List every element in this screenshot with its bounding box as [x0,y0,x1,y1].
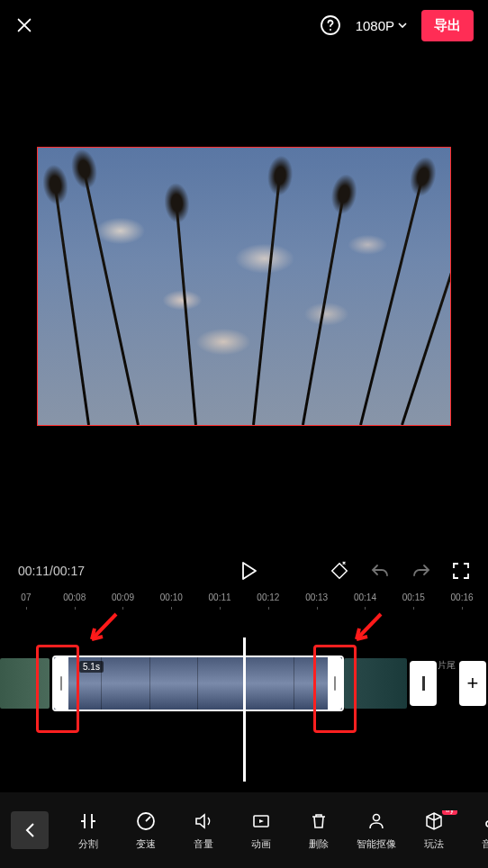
ruler-tick: 07 [2,592,50,602]
tool-label: 分割 [78,837,98,851]
adjacent-clip-right[interactable] [344,658,407,709]
tool-volume[interactable]: 音量 [175,810,232,851]
tool-audio[interactable]: 音频 [463,810,488,851]
preview-area [0,97,488,475]
chevron-left-icon [24,822,35,838]
diamond-plus-icon [330,561,349,581]
timeline[interactable]: 5.1s 片尾 + [0,619,488,764]
animation-icon [250,810,272,832]
tool-label: 变速 [136,837,156,851]
play-icon [239,561,258,581]
tool-label: 删除 [309,837,329,851]
close-icon [14,15,34,35]
play-button[interactable] [239,561,258,581]
video-preview[interactable] [37,147,451,426]
export-button[interactable]: 导出 [421,10,474,41]
keyframe-button[interactable] [330,561,349,581]
speed-icon [135,810,157,832]
tool-cutout[interactable]: 智能抠像 [348,810,405,851]
ruler-tick: 00:13 [293,592,341,602]
ending-label: 片尾 [438,659,456,672]
tool-split[interactable]: 分割 [59,810,117,851]
undo-icon [369,562,391,580]
resolution-label: 1080P [356,18,394,33]
selected-clip[interactable]: 5.1s [52,656,344,711]
tool-label: 音量 [194,837,213,851]
ruler-tick: 00:10 [147,592,195,602]
ruler-tick: 00:14 [341,592,390,602]
close-button[interactable] [14,15,34,35]
tool-speed[interactable]: 变速 [117,810,175,851]
tool-delete[interactable]: 删除 [290,810,348,851]
chevron-down-icon [398,23,407,28]
clip-trim-handle-right[interactable] [328,657,342,710]
time-display: 00:11/00:17 [18,564,85,578]
tool-effects[interactable]: try 玩法 [405,810,463,851]
fullscreen-button[interactable] [452,562,470,580]
delete-icon [308,810,330,832]
redo-icon [411,562,432,580]
split-icon [77,810,99,832]
ruler-tick: 00:15 [389,592,438,602]
volume-icon [193,810,214,832]
adjacent-clip-left[interactable] [0,658,50,709]
undo-button[interactable] [369,562,391,580]
redo-button[interactable] [411,562,432,580]
ruler-tick: 00:11 [195,592,244,602]
tool-label: 动画 [251,837,271,851]
help-icon [320,14,341,36]
help-button[interactable] [320,14,341,36]
ruler-tick: 00:16 [438,592,486,602]
tool-label: 音频 [482,837,488,851]
tool-animation[interactable]: 动画 [232,810,290,851]
tool-label: 智能抠像 [357,837,396,851]
clip-duration-badge: 5.1s [79,661,104,673]
ruler-tick: 00:12 [244,592,293,602]
fullscreen-icon [452,562,470,580]
back-button[interactable] [11,811,49,849]
time-ruler[interactable]: 07 00:08 00:09 00:10 00:11 00:12 00:13 0… [0,592,488,619]
clip-trim-handle-left[interactable] [54,657,68,710]
svg-point-4 [374,814,380,820]
audio-icon [481,810,488,832]
cutout-icon [366,810,387,832]
tool-label: 玩法 [424,837,444,851]
add-clip-button[interactable]: + [459,661,486,706]
svg-point-1 [330,29,331,31]
resolution-selector[interactable]: 1080P [356,18,407,33]
ruler-tick: 00:09 [99,592,148,602]
ending-marker[interactable] [410,661,437,706]
ruler-tick: 00:08 [50,592,99,602]
try-badge: try [442,810,457,815]
playhead[interactable] [243,637,246,782]
